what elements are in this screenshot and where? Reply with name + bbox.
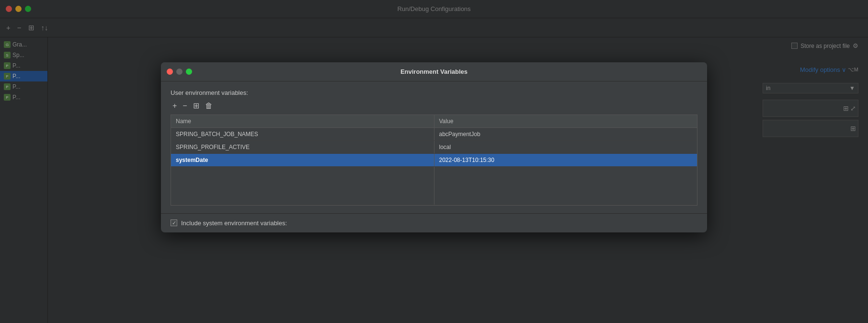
env-name-1: SPRING_PROFILE_ACTIVE [171,140,434,153]
modal-overlay: Environment Variables User environment v… [0,0,868,323]
dialog-maximize-dot[interactable] [186,69,192,75]
env-name-2: systemDate [171,153,434,166]
table-row-selected[interactable]: systemDate 2022-08-13T10:15:30 [171,153,697,166]
section-label: User environment variables: [171,89,697,96]
include-system-env-label: Include system environment variables: [181,219,287,227]
env-dialog: Environment Variables User environment v… [161,62,707,232]
dialog-body: User environment variables: + − ⊞ 🗑 Name… [161,81,707,213]
env-value-2: 2022-08-13T10:15:30 [434,153,697,166]
dialog-minimize-dot[interactable] [176,69,183,75]
empty-name [171,166,434,205]
env-name-0: SPRING_BATCH_JOB_NAMES [171,127,434,140]
env-toolbar: + − ⊞ 🗑 [171,101,697,111]
table-row[interactable]: SPRING_PROFILE_ACTIVE local [171,140,697,153]
env-table: Name Value SPRING_BATCH_JOB_NAMES abcPay… [171,115,697,205]
dialog-close-dot[interactable] [167,69,173,75]
dialog-title-bar: Environment Variables [161,62,707,81]
remove-env-button[interactable]: − [181,101,189,111]
delete-env-button[interactable]: 🗑 [203,101,215,111]
copy-env-button[interactable]: ⊞ [191,101,201,111]
add-env-button[interactable]: + [171,101,179,111]
col-name-header: Name [171,115,434,128]
env-value-1: local [434,140,697,153]
dialog-title: Environment Variables [400,68,468,75]
table-row[interactable]: SPRING_BATCH_JOB_NAMES abcPaymentJob [171,127,697,140]
env-value-0: abcPaymentJob [434,127,697,140]
dialog-title-bar-dots [167,69,192,75]
env-table-container: Name Value SPRING_BATCH_JOB_NAMES abcPay… [171,115,697,206]
col-value-header: Value [434,115,697,128]
empty-value [434,166,697,205]
dialog-footer: Include system environment variables: [161,213,707,232]
table-row-empty [171,166,697,205]
include-system-env-checkbox[interactable] [171,219,177,226]
